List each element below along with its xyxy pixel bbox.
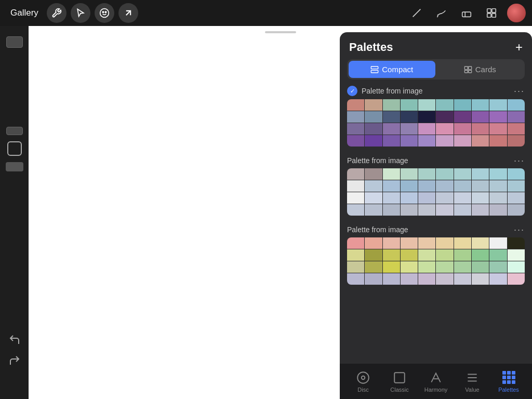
color-swatch-1-0-7[interactable] xyxy=(472,168,489,180)
color-swatch-0-1-8[interactable] xyxy=(489,111,507,123)
color-swatch-2-1-9[interactable] xyxy=(508,249,525,261)
color-swatch-2-3-4[interactable] xyxy=(418,273,435,285)
wrench-button[interactable] xyxy=(47,3,66,23)
color-swatch-2-3-9[interactable] xyxy=(508,273,525,285)
color-swatch-0-1-9[interactable] xyxy=(508,111,525,123)
color-swatch-0-3-2[interactable] xyxy=(383,135,400,147)
color-swatch-0-1-6[interactable] xyxy=(454,111,471,123)
color-swatch-1-1-5[interactable] xyxy=(436,180,453,192)
color-swatch-1-1-4[interactable] xyxy=(418,180,435,192)
color-swatch-button[interactable] xyxy=(7,141,22,156)
color-swatch-1-3-7[interactable] xyxy=(472,204,489,216)
color-swatch-1-3-5[interactable] xyxy=(436,204,453,216)
color-swatch-0-3-8[interactable] xyxy=(489,135,507,147)
color-swatch-1-2-0[interactable] xyxy=(347,192,364,204)
arrow-button[interactable] xyxy=(118,3,138,23)
nav-harmony[interactable]: Harmony xyxy=(418,370,454,393)
color-swatch-1-2-2[interactable] xyxy=(383,192,400,204)
color-swatch-0-1-7[interactable] xyxy=(472,111,489,123)
color-swatch-0-2-4[interactable] xyxy=(418,123,435,135)
eraser-tool-button[interactable] xyxy=(457,4,476,22)
color-swatch-0-1-0[interactable] xyxy=(347,111,364,123)
color-swatch-2-0-6[interactable] xyxy=(454,237,471,249)
color-swatch-1-2-5[interactable] xyxy=(436,192,453,204)
color-swatch-2-0-8[interactable] xyxy=(489,237,507,249)
add-palette-button[interactable]: + xyxy=(515,41,523,54)
nav-classic[interactable]: Classic xyxy=(381,370,418,393)
color-swatch-2-3-8[interactable] xyxy=(489,273,507,285)
palette-more-button-0[interactable]: ··· xyxy=(514,86,525,96)
color-swatch-2-1-6[interactable] xyxy=(454,249,471,261)
color-swatch-1-0-0[interactable] xyxy=(347,168,364,180)
gallery-button[interactable]: Gallery xyxy=(6,6,43,20)
color-swatch-2-1-7[interactable] xyxy=(472,249,489,261)
undo-button[interactable] xyxy=(7,332,22,347)
color-swatch-0-2-3[interactable] xyxy=(401,123,418,135)
color-swatch-2-3-1[interactable] xyxy=(365,273,382,285)
color-swatch-1-1-1[interactable] xyxy=(365,180,382,192)
color-swatch-1-1-3[interactable] xyxy=(401,180,418,192)
color-swatch-1-3-2[interactable] xyxy=(383,204,400,216)
color-swatch-0-3-0[interactable] xyxy=(347,135,364,147)
color-swatch-0-1-2[interactable] xyxy=(383,111,400,123)
cursor-button[interactable] xyxy=(71,3,90,23)
color-swatch-0-0-7[interactable] xyxy=(472,99,489,111)
color-swatch-2-0-2[interactable] xyxy=(383,237,400,249)
layer-thumb[interactable] xyxy=(6,162,23,171)
color-swatch-2-2-6[interactable] xyxy=(454,261,471,273)
color-swatch-1-3-0[interactable] xyxy=(347,204,364,216)
color-swatch-0-0-2[interactable] xyxy=(383,99,400,111)
color-swatch-0-0-5[interactable] xyxy=(436,99,453,111)
opacity-slider[interactable] xyxy=(6,36,23,48)
color-swatch-1-0-8[interactable] xyxy=(489,168,507,180)
color-swatch-2-0-3[interactable] xyxy=(401,237,418,249)
color-swatch-2-1-1[interactable] xyxy=(365,249,382,261)
color-swatch-0-2-1[interactable] xyxy=(365,123,382,135)
color-swatch-2-2-0[interactable] xyxy=(347,261,364,273)
color-swatch-2-2-9[interactable] xyxy=(508,261,525,273)
color-swatch-1-1-0[interactable] xyxy=(347,180,364,192)
color-swatch-1-3-3[interactable] xyxy=(401,204,418,216)
color-swatch-0-2-6[interactable] xyxy=(454,123,471,135)
color-swatch-2-1-8[interactable] xyxy=(489,249,507,261)
nav-palettes[interactable]: Palettes xyxy=(490,370,527,393)
color-swatch-2-1-0[interactable] xyxy=(347,249,364,261)
color-swatch-2-2-2[interactable] xyxy=(383,261,400,273)
color-swatch-1-1-2[interactable] xyxy=(383,180,400,192)
color-swatch-2-3-3[interactable] xyxy=(401,273,418,285)
color-swatch-1-2-6[interactable] xyxy=(454,192,471,204)
nav-disc[interactable]: Disc xyxy=(345,370,381,393)
color-swatch-1-2-1[interactable] xyxy=(365,192,382,204)
smudge-button[interactable] xyxy=(95,3,114,23)
color-swatch-2-1-2[interactable] xyxy=(383,249,400,261)
tab-cards[interactable]: Cards xyxy=(437,61,524,78)
color-swatch-2-2-3[interactable] xyxy=(401,261,418,273)
color-swatch-0-3-7[interactable] xyxy=(472,135,489,147)
color-swatch-2-0-4[interactable] xyxy=(418,237,435,249)
color-swatch-2-3-2[interactable] xyxy=(383,273,400,285)
color-swatch-1-1-8[interactable] xyxy=(489,180,507,192)
color-swatch-1-0-1[interactable] xyxy=(365,168,382,180)
color-swatch-2-2-8[interactable] xyxy=(489,261,507,273)
color-swatch-2-0-5[interactable] xyxy=(436,237,453,249)
tab-compact[interactable]: Compact xyxy=(349,61,435,78)
color-swatch-0-3-4[interactable] xyxy=(418,135,435,147)
color-swatch-0-3-1[interactable] xyxy=(365,135,382,147)
brush-tool-button[interactable] xyxy=(432,4,451,22)
color-swatch-1-1-9[interactable] xyxy=(508,180,525,192)
color-swatch-0-1-4[interactable] xyxy=(418,111,435,123)
nav-value[interactable]: Value xyxy=(454,370,490,393)
redo-button[interactable] xyxy=(7,353,22,368)
color-swatch-1-2-8[interactable] xyxy=(489,192,507,204)
color-swatch-0-2-5[interactable] xyxy=(436,123,453,135)
color-swatch-2-2-1[interactable] xyxy=(365,261,382,273)
palette-more-button-1[interactable]: ··· xyxy=(514,156,525,165)
color-swatch-1-1-7[interactable] xyxy=(472,180,489,192)
color-swatch-2-2-7[interactable] xyxy=(472,261,489,273)
color-swatch-0-3-6[interactable] xyxy=(454,135,471,147)
color-swatch-0-1-3[interactable] xyxy=(401,111,418,123)
color-swatch-0-3-3[interactable] xyxy=(401,135,418,147)
color-swatch-0-0-4[interactable] xyxy=(418,99,435,111)
color-swatch-1-2-4[interactable] xyxy=(418,192,435,204)
color-swatch-1-2-7[interactable] xyxy=(472,192,489,204)
